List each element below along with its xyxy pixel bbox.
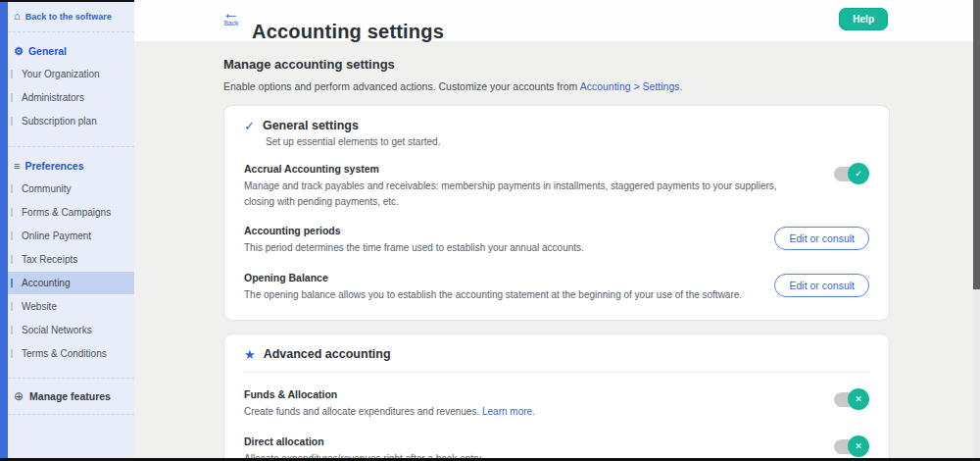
funds-allocation-toggle[interactable]: ✕ bbox=[834, 392, 866, 407]
setting-row-funds-allocation: Funds & Allocation Create funds and allo… bbox=[244, 388, 869, 420]
star-icon: ★ bbox=[244, 348, 256, 361]
scrollbar-thumb[interactable] bbox=[973, 0, 980, 289]
setting-description: The opening balance allows you to establ… bbox=[244, 287, 747, 303]
toggle-cross-icon: ✕ bbox=[848, 388, 869, 410]
sidebar-item-subscription-plan[interactable]: Subscription plan bbox=[8, 110, 134, 132]
back-to-software-label: Back to the software bbox=[25, 12, 112, 22]
sidebar-item-terms-conditions[interactable]: Terms & Conditions bbox=[8, 342, 134, 365]
general-settings-card-title: General settings bbox=[263, 119, 359, 132]
setting-description: Manage and track payables and receivable… bbox=[244, 179, 807, 209]
setting-description-text: Create funds and allocate expenditures a… bbox=[244, 406, 482, 417]
toggle-cross-icon: ✕ bbox=[848, 435, 869, 457]
toggle-check-icon: ✓ bbox=[848, 163, 869, 184]
vertical-scrollbar bbox=[973, 0, 980, 461]
back-button-label: Back bbox=[219, 20, 244, 26]
funds-learn-more-link[interactable]: Learn more. bbox=[482, 406, 535, 417]
sidebar-item-tax-receipts[interactable]: Tax Receipts bbox=[8, 248, 134, 271]
help-button[interactable]: Help bbox=[839, 8, 888, 30]
sidebar-item-community[interactable]: Community bbox=[8, 178, 134, 200]
sidebar-item-website[interactable]: Website bbox=[8, 295, 134, 318]
accounting-settings-link[interactable]: Accounting > Settings. bbox=[580, 80, 683, 92]
setting-text: Accounting periods This period determine… bbox=[244, 225, 774, 256]
setting-description: This period determines the time frame us… bbox=[244, 240, 747, 256]
gear-icon: ⚙ bbox=[14, 46, 24, 57]
plus-circle-icon: ⊕ bbox=[14, 390, 24, 402]
setting-description: Create funds and allocate expenditures a… bbox=[244, 404, 807, 420]
manage-features-label: Manage features bbox=[29, 390, 111, 402]
sidebar-item-social-networks[interactable]: Social Networks bbox=[8, 319, 134, 341]
advanced-accounting-card: ★ Advanced accounting Funds & Allocation… bbox=[223, 333, 890, 461]
sidebar-section-general-label: General bbox=[28, 45, 67, 57]
back-to-software-link[interactable]: ⌂ Back to the software bbox=[8, 0, 134, 32]
section-subtitle: Enable options and perform advanced acti… bbox=[223, 80, 890, 92]
page-header: ← Back Accounting settings Help bbox=[134, 0, 980, 41]
sidebar-item-your-organization[interactable]: Your Organization bbox=[8, 63, 134, 85]
list-icon: ≡ bbox=[14, 161, 20, 172]
settings-sidebar: ⌂ Back to the software ⚙ General Your Or… bbox=[0, 0, 134, 461]
settings-content: Manage accounting settings Enable option… bbox=[134, 41, 980, 461]
setting-text: Accrual Accounting system Manage and tra… bbox=[244, 163, 834, 209]
setting-title: Accrual Accounting system bbox=[244, 163, 807, 175]
section-heading: Manage accounting settings bbox=[223, 57, 890, 72]
accrual-accounting-toggle[interactable]: ✓ bbox=[834, 167, 866, 181]
sidebar-section-preferences-label: Preferences bbox=[24, 160, 83, 172]
setting-title: Funds & Allocation bbox=[244, 388, 807, 400]
setting-title: Opening Balance bbox=[244, 272, 747, 283]
check-icon: ✓ bbox=[244, 120, 255, 132]
window-top-border bbox=[0, 0, 134, 2]
sidebar-section-general: ⚙ General bbox=[8, 32, 134, 62]
page-title: Accounting settings bbox=[252, 21, 444, 43]
section-subtitle-text: Enable options and perform advanced acti… bbox=[223, 80, 580, 92]
sidebar-item-accounting[interactable]: Accounting bbox=[8, 272, 134, 294]
sidebar-item-administrators[interactable]: Administrators bbox=[8, 86, 134, 109]
edit-accounting-periods-button[interactable]: Edit or consult bbox=[774, 227, 869, 250]
general-settings-card-header: ✓ General settings bbox=[244, 119, 869, 132]
setting-text: Funds & Allocation Create funds and allo… bbox=[244, 388, 834, 420]
setting-title: Direct allocation bbox=[244, 435, 807, 447]
sidebar-section-preferences: ≡ Preferences bbox=[8, 147, 134, 177]
back-button[interactable]: ← Back bbox=[219, 5, 244, 26]
advanced-accounting-card-title: Advanced accounting bbox=[264, 347, 391, 361]
setting-text: Opening Balance The opening balance allo… bbox=[244, 272, 774, 303]
home-icon: ⌂ bbox=[14, 11, 21, 22]
manage-features-button[interactable]: ⊕ Manage features bbox=[8, 378, 134, 415]
setting-row-accrual-accounting: Accrual Accounting system Manage and tra… bbox=[244, 163, 869, 209]
advanced-accounting-card-header: ★ Advanced accounting bbox=[244, 347, 869, 373]
setting-row-accounting-periods: Accounting periods This period determine… bbox=[244, 225, 869, 256]
setting-row-opening-balance: Opening Balance The opening balance allo… bbox=[244, 272, 869, 303]
edit-opening-balance-button[interactable]: Edit or consult bbox=[774, 274, 869, 297]
general-settings-card: ✓ General settings Set up essential elem… bbox=[223, 105, 890, 321]
sidebar-item-forms-campaigns[interactable]: Forms & Campaigns bbox=[8, 201, 134, 224]
setting-title: Accounting periods bbox=[244, 225, 747, 236]
sidebar-item-online-payment[interactable]: Online Payment bbox=[8, 225, 134, 247]
general-settings-card-subtitle: Set up essential elements to get started… bbox=[266, 136, 869, 147]
direct-allocation-toggle[interactable]: ✕ bbox=[834, 439, 866, 454]
